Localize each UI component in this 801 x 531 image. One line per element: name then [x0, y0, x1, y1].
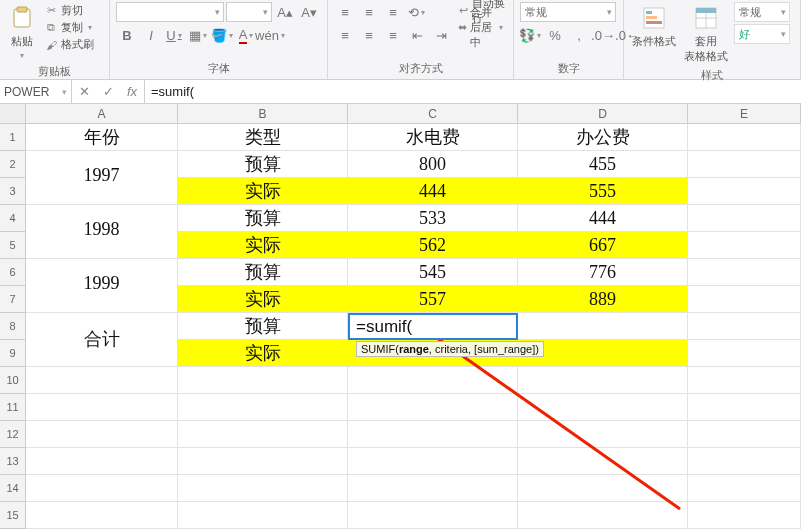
cell[interactable]: 889	[518, 286, 688, 313]
cell[interactable]: 预算	[178, 205, 348, 232]
cell[interactable]	[348, 448, 518, 475]
cell[interactable]	[178, 475, 348, 502]
cell[interactable]	[26, 475, 178, 502]
cell[interactable]	[518, 421, 688, 448]
cell[interactable]	[518, 394, 688, 421]
cell[interactable]: 实际	[178, 286, 348, 313]
cell[interactable]	[688, 259, 801, 286]
cell[interactable]	[178, 394, 348, 421]
row-header[interactable]: 12	[0, 421, 26, 448]
col-header-A[interactable]: A	[26, 104, 178, 123]
cell[interactable]	[26, 367, 178, 394]
row-header[interactable]: 7	[0, 286, 26, 313]
cancel-formula-button[interactable]: ✕	[72, 84, 96, 99]
copy-button[interactable]: ⧉ 复制 ▾	[42, 19, 96, 36]
underline-button[interactable]: U▾	[164, 25, 186, 45]
cell[interactable]	[688, 448, 801, 475]
cell[interactable]	[518, 448, 688, 475]
cell[interactable]	[688, 394, 801, 421]
cell[interactable]	[688, 286, 801, 313]
cell[interactable]	[688, 151, 801, 178]
col-header-C[interactable]: C	[348, 104, 518, 123]
align-top-button[interactable]: ≡	[334, 2, 356, 22]
bold-button[interactable]: B	[116, 25, 138, 45]
cell[interactable]	[688, 475, 801, 502]
align-bottom-button[interactable]: ≡	[382, 2, 404, 22]
border-button[interactable]: ▦▾	[188, 25, 210, 45]
cell[interactable]: 800	[348, 151, 518, 178]
cell[interactable]: 年份	[26, 124, 178, 151]
col-header-D[interactable]: D	[518, 104, 688, 123]
decrease-indent-button[interactable]: ⇤	[406, 25, 428, 45]
cell[interactable]: 455	[518, 151, 688, 178]
decrease-font-button[interactable]: A▾	[298, 2, 320, 22]
cell[interactable]	[518, 502, 688, 529]
align-left-button[interactable]: ≡	[334, 25, 356, 45]
cell[interactable]	[348, 502, 518, 529]
merge-center-button[interactable]: ⬌ 合并后居中 ▾	[456, 19, 507, 36]
cell[interactable]	[688, 313, 801, 340]
row-header[interactable]: 10	[0, 367, 26, 394]
cell[interactable]: 实际	[178, 232, 348, 259]
comma-button[interactable]: ,	[568, 25, 590, 45]
cell[interactable]: 实际	[178, 178, 348, 205]
cell[interactable]	[688, 124, 801, 151]
cell[interactable]	[26, 421, 178, 448]
format-painter-button[interactable]: 🖌 格式刷	[42, 36, 96, 53]
phonetic-button[interactable]: wén▾	[260, 25, 282, 45]
accept-formula-button[interactable]: ✓	[96, 84, 120, 99]
cell[interactable]: 444	[518, 205, 688, 232]
cut-button[interactable]: ✂ 剪切	[42, 2, 96, 19]
cell[interactable]	[518, 475, 688, 502]
cell[interactable]	[688, 367, 801, 394]
cell[interactable]	[178, 367, 348, 394]
name-box[interactable]: POWER	[0, 80, 72, 103]
italic-button[interactable]: I	[140, 25, 162, 45]
formula-input[interactable]: =sumif(	[145, 80, 801, 103]
cell[interactable]: 水电费	[348, 124, 518, 151]
increase-indent-button[interactable]: ⇥	[430, 25, 452, 45]
cell[interactable]	[178, 448, 348, 475]
cell[interactable]	[348, 421, 518, 448]
cell[interactable]	[688, 340, 801, 367]
align-middle-button[interactable]: ≡	[358, 2, 380, 22]
col-header-E[interactable]: E	[688, 104, 801, 123]
cell[interactable]: 444	[348, 178, 518, 205]
row-header[interactable]: 4	[0, 205, 26, 232]
cell[interactable]	[178, 421, 348, 448]
row-header[interactable]: 2	[0, 151, 26, 178]
cell[interactable]	[688, 178, 801, 205]
row-header[interactable]: 6	[0, 259, 26, 286]
cell-year-1999[interactable]: 1999	[26, 273, 178, 313]
align-right-button[interactable]: ≡	[382, 25, 404, 45]
cell[interactable]	[518, 313, 688, 340]
cell[interactable]: 557	[348, 286, 518, 313]
row-header[interactable]: 5	[0, 232, 26, 259]
cell[interactable]: 667	[518, 232, 688, 259]
cell[interactable]	[688, 205, 801, 232]
cell[interactable]: 预算	[178, 313, 348, 340]
cell[interactable]	[348, 475, 518, 502]
cell[interactable]: 办公费	[518, 124, 688, 151]
number-format-select[interactable]: 常规	[520, 2, 616, 22]
select-all-corner[interactable]	[0, 104, 26, 123]
cell[interactable]	[688, 421, 801, 448]
align-center-button[interactable]: ≡	[358, 25, 380, 45]
fill-color-button[interactable]: 🪣▾	[212, 25, 234, 45]
cell[interactable]	[688, 502, 801, 529]
cell[interactable]	[348, 367, 518, 394]
row-header[interactable]: 13	[0, 448, 26, 475]
cell-total[interactable]: 合计	[26, 327, 178, 367]
cell[interactable]	[348, 394, 518, 421]
format-table-button[interactable]: 套用 表格格式	[682, 2, 730, 66]
increase-decimal-button[interactable]: .0→	[592, 25, 614, 45]
cell[interactable]: 533	[348, 205, 518, 232]
orientation-button[interactable]: ⟲▾	[406, 2, 428, 22]
percent-button[interactable]: %	[544, 25, 566, 45]
cell-year-1998[interactable]: 1998	[26, 219, 178, 259]
conditional-format-button[interactable]: 条件格式	[630, 2, 678, 51]
cell[interactable]: 预算	[178, 151, 348, 178]
cell[interactable]: 562	[348, 232, 518, 259]
currency-button[interactable]: 💱▾	[520, 25, 542, 45]
cell[interactable]	[688, 232, 801, 259]
